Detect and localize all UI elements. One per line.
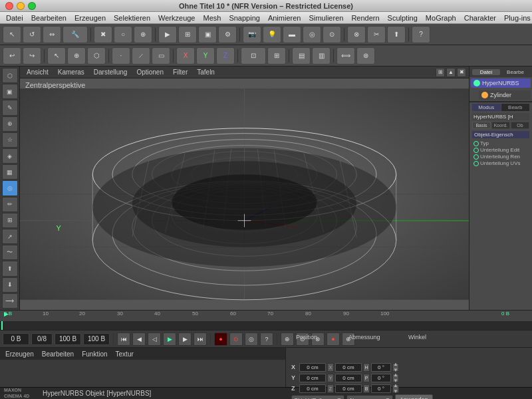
scale-tool-btn[interactable]: ⇔	[43, 26, 61, 43]
view-menu-optionen[interactable]: Optionen	[132, 68, 168, 76]
x-win-spin[interactable]: ▲▼	[392, 363, 399, 372]
smear-btn[interactable]: ↗	[2, 229, 18, 244]
edge-mode-btn[interactable]: ⟋	[132, 47, 150, 65]
menu-item-datei[interactable]: Datei	[3, 12, 27, 23]
timeline[interactable]: ▶ 0 B 10 20 30 40 50 60 70 80 90 100 0 B	[0, 310, 532, 330]
x-pos-spin[interactable]: X	[327, 363, 334, 372]
next-frame-btn[interactable]: ▶	[178, 332, 192, 346]
play-btn[interactable]: ▶	[163, 332, 176, 346]
funktion-tab[interactable]: Funktion	[79, 350, 110, 358]
select-all-left[interactable]: ▦	[2, 164, 18, 180]
record-btn[interactable]: ●	[214, 332, 227, 346]
x-pos-field[interactable]: 0 cm	[299, 363, 326, 372]
sky-btn[interactable]: ◎	[303, 26, 321, 43]
menu-item-plug-ins[interactable]: Plug-ins	[501, 12, 532, 23]
viewport-close-btn[interactable]: ✖	[457, 68, 466, 77]
active-tool-btn[interactable]: ◎	[2, 180, 18, 196]
undo-btn[interactable]: ↩	[3, 47, 21, 65]
timeline-bar[interactable]	[0, 321, 532, 330]
select-all-btn[interactable]: ✖	[94, 26, 112, 43]
record-auto-btn[interactable]: ⊙	[229, 332, 243, 346]
hypernurbs-object[interactable]: HyperNURBS	[471, 78, 531, 88]
frame-rate-field[interactable]: 0/8	[31, 333, 53, 345]
goto-start-btn[interactable]: ⏮	[117, 332, 130, 346]
ob-tab[interactable]: Ob	[511, 122, 529, 129]
goto-end-btn[interactable]: ⏭	[194, 332, 207, 346]
menu-item-simulieren[interactable]: Simulieren	[305, 12, 346, 23]
axis-x-btn[interactable]: X	[176, 47, 195, 65]
motion-apply-btn[interactable]: ●	[327, 332, 340, 346]
view-menu-tafeln[interactable]: Tafeln	[193, 68, 219, 76]
koord-tab[interactable]: Koord.	[491, 122, 510, 129]
close-button[interactable]	[5, 2, 13, 10]
bearbeiten-tab[interactable]: Bearbeiten	[39, 350, 76, 358]
menu-item-werkzeuge[interactable]: Werkzeuge	[155, 12, 198, 23]
extrude-btn[interactable]: ⬆	[387, 26, 406, 43]
transform-tool-btn[interactable]: 🔧	[63, 26, 88, 43]
render-btn[interactable]: ▶	[158, 26, 177, 43]
view-mode-btn[interactable]: ▤	[292, 47, 311, 65]
live-select-btn[interactable]: ⊕	[67, 47, 86, 65]
move-tool-btn[interactable]: ↖	[3, 26, 21, 43]
render-region-btn[interactable]: ⊞	[178, 26, 197, 43]
files-tab[interactable]: Datei	[472, 69, 500, 75]
morph-btn[interactable]: ◈	[2, 148, 18, 164]
playhead[interactable]	[1, 321, 3, 330]
basis-tab[interactable]: Basis	[472, 122, 491, 129]
viewport-max-btn[interactable]: ▲	[446, 68, 456, 77]
y-abm-spin[interactable]: P	[363, 374, 370, 382]
tex-mode-btn[interactable]: ▣	[2, 84, 18, 99]
select-rect-btn[interactable]: ○	[114, 26, 132, 43]
align-btn[interactable]: ⊛	[356, 47, 375, 65]
weight-btn[interactable]: ⊕	[2, 116, 18, 132]
prev-frame-btn[interactable]: ◀	[132, 332, 146, 346]
point-mode-btn[interactable]: ·	[112, 47, 130, 65]
motion-clip-btn[interactable]: ⊕	[281, 332, 294, 346]
render-viewport-btn[interactable]: ▣	[198, 26, 217, 43]
snap-settings-btn[interactable]: ⊡	[241, 47, 266, 65]
x-abm-spin[interactable]: H	[363, 363, 370, 372]
y-win-spin[interactable]: ▲▼	[392, 374, 399, 382]
record-help-btn[interactable]: ?	[260, 332, 273, 346]
frame-end-field[interactable]: 100 B	[55, 333, 81, 345]
floor-btn[interactable]: ▬	[283, 26, 301, 43]
paint-btn[interactable]: ✏	[2, 197, 18, 212]
record-pos-btn[interactable]: ◎	[245, 332, 258, 346]
axis-y-btn[interactable]: Y	[196, 47, 215, 65]
menu-item-erzeugen[interactable]: Erzeugen	[71, 12, 109, 23]
joint-btn[interactable]: ☆	[2, 132, 18, 148]
view-menu-kameras[interactable]: Kameras	[54, 68, 88, 76]
modus-tab[interactable]: Modus	[472, 104, 501, 111]
bp-mode-btn[interactable]: ✎	[2, 100, 18, 115]
frame-max-field[interactable]: 100 B	[83, 333, 110, 345]
y-abm-field[interactable]: 0 cm	[335, 374, 362, 382]
snap-btn[interactable]: ⊞	[267, 47, 286, 65]
viewport-toggle-btn[interactable]: ⊞	[436, 68, 445, 77]
y-win-field[interactable]: 0 °	[371, 374, 391, 382]
knife-btn[interactable]: ✂	[367, 26, 386, 43]
question-btn[interactable]: ?	[412, 26, 430, 43]
poly-mode-btn[interactable]: ▭	[152, 47, 170, 65]
view-menu-filter[interactable]: Filter	[169, 68, 192, 76]
pull-btn[interactable]: ⬆	[2, 261, 18, 276]
stamp-btn[interactable]: ⊞	[2, 213, 18, 228]
menu-item-mograph[interactable]: MoGraph	[422, 12, 460, 23]
light-btn[interactable]: 💡	[263, 26, 281, 43]
x-win-field[interactable]: 0 °	[371, 363, 391, 372]
view-menu-darstellung[interactable]: Darstellung	[90, 68, 132, 76]
mirror-btn[interactable]: ⟺	[336, 47, 355, 65]
window-controls[interactable]	[5, 2, 36, 10]
redo-btn[interactable]: ↪	[23, 47, 41, 65]
bearb-tab[interactable]: Bearb	[501, 104, 530, 111]
menu-item-selektieren[interactable]: Selektieren	[110, 12, 154, 23]
model-mode-btn[interactable]: ⬡	[2, 68, 18, 83]
push-btn[interactable]: ⬇	[2, 277, 18, 293]
cylinder-object[interactable]: Zylinder	[479, 90, 531, 100]
textur-tab[interactable]: Textur	[113, 350, 136, 358]
y-pos-field[interactable]: 0 cm	[299, 374, 326, 382]
view-menu-ansicht[interactable]: Ansicht	[23, 68, 53, 76]
menu-item-sculpting[interactable]: Sculpting	[384, 12, 421, 23]
menu-item-charakter[interactable]: Charakter	[461, 12, 499, 23]
menu-item-mesh[interactable]: Mesh	[200, 12, 224, 23]
camera-btn[interactable]: 📷	[243, 26, 261, 43]
